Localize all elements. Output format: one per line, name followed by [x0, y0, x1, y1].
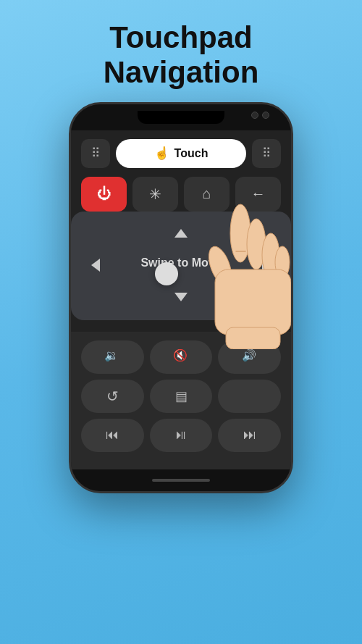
phone-top-bar	[71, 104, 291, 130]
power-icon: ⏻	[97, 185, 111, 202]
title-line2: Navigation	[104, 55, 259, 89]
remote-row-playback: ⏮ ⏯ ⏭	[81, 419, 281, 452]
svg-marker-3	[174, 293, 188, 301]
down-arrow-button[interactable]	[168, 284, 194, 310]
phone-device: ⠿ ☝ Touch ⠿ ⏻ ✳ ⌂	[69, 102, 293, 493]
action-row: ⏻ ✳ ⌂ ←	[81, 177, 281, 212]
vol-down-icon: 🔉	[104, 348, 120, 365]
home-button[interactable]: ⌂	[184, 177, 230, 212]
back-button[interactable]: ←	[235, 177, 281, 212]
remote-icon-right-symbol: ⠿	[262, 146, 271, 161]
remote-ui: ⠿ ☝ Touch ⠿ ⏻ ✳ ⌂	[71, 130, 291, 332]
svg-marker-1	[91, 259, 100, 272]
top-control-bar: ⠿ ☝ Touch ⠿	[81, 139, 281, 168]
remote-icon-left-symbol: ⠿	[91, 146, 100, 161]
phone-notch	[138, 111, 224, 124]
star-button[interactable]: ✳	[132, 177, 178, 212]
camera-dot-1	[251, 112, 258, 119]
title-line1: Touchpad	[109, 20, 253, 54]
swipe-label: Swipe to Move	[140, 256, 221, 269]
vol-up-button[interactable]: 🔊	[218, 340, 281, 374]
replay-button[interactable]: ↺	[81, 380, 144, 413]
svg-marker-0	[174, 229, 188, 238]
power-button[interactable]: ⏻	[81, 177, 127, 212]
svg-text:🔊: 🔊	[242, 348, 256, 361]
menu-button[interactable]: ▤	[150, 380, 213, 413]
mute-icon: 🔇	[173, 348, 189, 365]
back-icon: ←	[251, 185, 266, 202]
play-pause-icon: ⏯	[174, 427, 188, 443]
remote-icon-right[interactable]: ⠿	[252, 139, 281, 168]
phone-camera	[251, 112, 269, 119]
empty-button[interactable]	[218, 380, 281, 413]
camera-dot-2	[262, 112, 269, 119]
rewind-button[interactable]: ⏮	[81, 419, 144, 452]
svg-text:🔉: 🔉	[104, 348, 119, 361]
left-arrow-button[interactable]	[83, 252, 109, 278]
phone-wrapper: ⠿ ☝ Touch ⠿ ⏻ ✳ ⌂	[0, 102, 362, 493]
bottom-remote: 🔉 🔇 🔊 ↺	[71, 332, 291, 469]
remote-icon-left[interactable]: ⠿	[81, 139, 110, 168]
home-icon: ⌂	[202, 185, 211, 202]
touch-button[interactable]: ☝ Touch	[116, 139, 246, 168]
touch-label: Touch	[174, 147, 209, 160]
title-area: Touchpad Navigation	[0, 0, 362, 102]
right-arrow-button[interactable]	[253, 252, 279, 278]
remote-row-volume: 🔉 🔇 🔊	[81, 340, 281, 374]
mute-button[interactable]: 🔇	[150, 340, 213, 374]
swipe-row: Swipe to Move	[83, 252, 279, 278]
star-icon: ✳	[149, 185, 161, 203]
replay-icon: ↺	[106, 388, 119, 405]
fast-forward-icon: ⏭	[243, 427, 256, 443]
touch-icon: ☝	[154, 146, 169, 161]
page-title: Touchpad Navigation	[0, 20, 362, 91]
home-indicator	[152, 479, 210, 482]
touchpad-down	[83, 284, 279, 310]
remote-row-menu: ↺ ▤	[81, 380, 281, 413]
phone-bottom	[71, 469, 291, 491]
rewind-icon: ⏮	[106, 427, 119, 443]
swipe-indicator	[155, 262, 178, 285]
vol-up-icon: 🔊	[242, 348, 258, 365]
svg-marker-2	[262, 259, 271, 272]
play-pause-button[interactable]: ⏯	[150, 419, 213, 452]
vol-down-button[interactable]: 🔉	[81, 340, 144, 374]
touchpad-panel[interactable]: Swipe to Move	[71, 212, 291, 320]
touchpad-up	[83, 220, 279, 246]
fast-forward-button[interactable]: ⏭	[218, 419, 281, 452]
up-arrow-button[interactable]	[168, 220, 194, 246]
menu-icon: ▤	[175, 388, 188, 404]
svg-text:🔇: 🔇	[173, 348, 188, 361]
